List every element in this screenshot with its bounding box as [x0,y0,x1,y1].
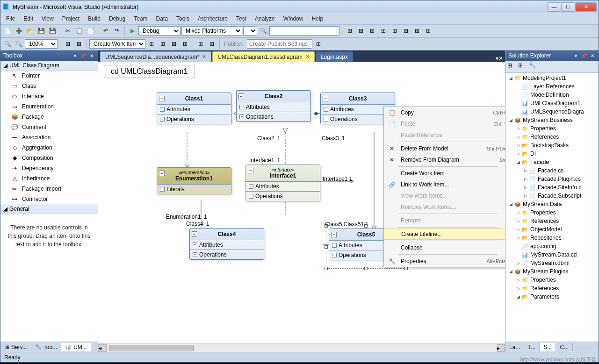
toolbox-close-icon[interactable]: ✕ [88,52,95,59]
sol-properties-icon[interactable]: 🔧 [529,62,538,71]
diagram-canvas[interactable]: cd UMLClassDiagram1 [98,62,505,352]
menu-data[interactable]: Data [152,14,172,23]
ctx-create-work-item[interactable]: Create Work Item▸ [384,168,505,179]
tree-node[interactable]: ▷📁Properties [505,124,599,133]
menu-view[interactable]: View [38,14,58,23]
menu-analyze[interactable]: Analyze [251,14,279,23]
tree-node[interactable]: ▷📁Properties [505,208,599,217]
ctx-properties[interactable]: 🔧PropertiesAlt+Enter [384,256,505,267]
tb-icon-4[interactable]: ⊞ [378,26,389,36]
tb2-icon-1[interactable]: ⊞ [63,39,73,49]
tb2-icon-2[interactable]: ⊞ [74,39,84,49]
ctx-create-lifeline-[interactable]: Create Lifeline... [384,228,505,240]
platform-dropdown[interactable]: Mixed Platforms [181,26,242,36]
tb2-icon-7[interactable]: ⊞ [195,39,206,49]
ctx-delete-from-model[interactable]: ✕Delete From ModelShift+Del [384,143,505,154]
ctx-link-to-work-item-[interactable]: 🔗Link to Work Item... [384,179,505,190]
tree-node[interactable]: 📊UMLClassDiagram1. [505,99,599,107]
add-item-icon[interactable]: ➕ [14,26,24,36]
minimize-button[interactable]: — [547,2,561,12]
toolbox-item-aggregation[interactable]: ◇Aggregation [0,143,98,153]
solution-tree[interactable]: ◢📁ModelingProject1📄Layer References📄Mode… [505,73,599,342]
tb2-icon-5[interactable]: ⊞ [169,39,179,49]
tree-node[interactable]: ◢📁ModelingProject1 [505,74,599,82]
bottom-tab-server[interactable]: 🖥 Serv... [0,343,31,351]
uml-enumeration1[interactable]: −«enumeration»Enumeration1 −Literals [157,167,231,194]
menu-window[interactable]: Window [280,14,307,23]
paste-icon[interactable]: 📄 [85,26,95,36]
undo-icon[interactable]: ↶ [101,26,111,36]
find-input[interactable] [269,26,339,36]
tree-node[interactable]: ◢📦MyStream.Plugins [505,267,599,276]
tree-node[interactable]: ▷📄Facade.Plugin.cs [505,175,599,183]
solexp-close-icon[interactable]: ✕ [589,52,596,59]
toolbox-item-class[interactable]: ▭Class [0,81,98,91]
tb-icon-7[interactable]: ⊞ [412,26,422,36]
tab-sequencediagram[interactable]: UMLSequenceDia...equencediagram*✕ [100,51,211,62]
tree-node[interactable]: ◢📦MyStream.Data [505,200,599,208]
zoom-in-icon[interactable]: 🔍 [14,39,24,49]
tree-node[interactable]: ▷📂Repositories [505,234,599,242]
cut-icon[interactable]: ✂ [63,26,73,36]
tab-close-icon[interactable]: ✕ [305,54,310,60]
tree-node[interactable]: ▷📂BootstrapTasks [505,141,599,150]
tree-node[interactable]: 📄app.config [505,242,599,250]
menu-team[interactable]: Team [130,14,151,23]
tb2-icon-6[interactable]: ⊞ [180,39,190,49]
tb-icon-6[interactable]: ⊞ [401,26,411,36]
scroll-right-icon[interactable]: ▸ [497,344,505,352]
tabs-close-icon[interactable]: ✕ [498,55,503,62]
scroll-left-icon[interactable]: ◂ [98,344,107,352]
tb-icon-2[interactable]: ⊞ [356,26,366,36]
config-dropdown[interactable]: Debug [138,26,180,36]
horizontal-scrollbar[interactable]: ◂ ▸ [98,343,505,352]
tree-node[interactable]: ◢📂Facade [505,158,599,166]
menu-debug[interactable]: Debug [105,14,129,23]
close-button[interactable]: ✕ [575,2,597,12]
workitem-dropdown[interactable]: Create Work Item [89,39,145,49]
tree-node[interactable]: ▷📁References [505,217,599,225]
tree-node[interactable]: ▷📂DI [505,150,599,158]
tab-close-icon[interactable]: ✕ [202,54,206,60]
toolbox-item-package[interactable]: 📦Package [0,112,98,122]
scroll-thumb[interactable] [109,345,194,351]
tree-node[interactable]: ▷📂ObjectModel [505,225,599,234]
sol-icon-1[interactable]: ⊞ [507,62,517,71]
tree-node[interactable]: 📊UMLSequenceDiagra [505,107,599,116]
toolbox-item-connector[interactable]: ⊶Connector [0,194,98,204]
bottom-tab-toolbox[interactable]: 🔧 Too... [31,343,61,351]
tb-icon-5[interactable]: ⊞ [390,26,400,36]
open-icon[interactable]: 📂 [25,26,35,36]
toolbox-dropdown-icon[interactable]: ▾ [72,52,78,59]
uml-class4[interactable]: −Class4 −Attributes −Operations [189,228,264,260]
tb2-icon-9[interactable]: ⊞ [313,39,324,49]
menu-test[interactable]: Test [232,14,250,23]
new-project-icon[interactable]: 📄 [2,26,13,36]
uml-class1[interactable]: −Class1 −Attributes −Operations [157,93,231,124]
uml-class2[interactable]: −Class2 −Attributes −Operations [236,90,311,122]
save-icon[interactable]: 💾 [36,26,46,36]
tree-node[interactable]: 📄ModelDefinition [505,91,599,99]
toolbox-item-pointer[interactable]: ↖Pointer [0,71,98,81]
toolbox-item-enumeration[interactable]: ▭Enumeration [0,101,98,112]
menu-help[interactable]: Help [308,14,327,23]
tb2-icon-3[interactable]: ⊞ [146,39,157,49]
maximize-button[interactable]: ☐ [561,2,575,12]
btab-la[interactable]: La... [505,343,524,351]
tree-node[interactable]: ▷📁Properties [505,276,599,284]
menu-file[interactable]: File [2,14,19,23]
tab-login[interactable]: Login.aspx [316,51,353,62]
btab-s[interactable]: S... [540,343,556,351]
tb-icon-3[interactable]: ⊞ [367,26,377,36]
toolbox-item-comment[interactable]: 💬Comment [0,122,98,132]
zoom-dropdown[interactable]: 100% [25,39,58,49]
toolbox-item-inheritance[interactable]: △Inheritance [0,173,98,184]
ctx-copy[interactable]: 📋CopyCtrl+C [384,107,505,118]
toolbox-pin-icon[interactable]: 📌 [80,52,87,59]
solexp-dropdown-icon[interactable]: ▾ [572,52,579,59]
tree-node[interactable]: ▷📄Facade.cs [505,166,599,175]
ctx-collapse[interactable]: Collapse [384,242,505,253]
tree-node[interactable]: 📄Layer References [505,82,599,91]
btab-t[interactable]: T... [524,343,540,351]
find-icon[interactable]: 🔍 [258,26,268,36]
